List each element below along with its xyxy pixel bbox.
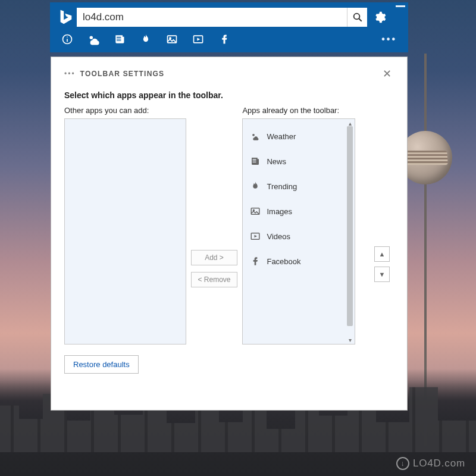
app-item-trending[interactable]: Trending (243, 174, 355, 199)
dialog-instruction: Select which apps appear in the toolbar. (64, 90, 394, 100)
search-box (77, 8, 367, 27)
toolbar-settings-dialog: ••• TOOLBAR SETTINGS ✕ Select which apps… (51, 57, 408, 411)
svg-point-12 (253, 134, 255, 136)
toolbar-app-row: ••• (51, 28, 408, 51)
move-down-button[interactable]: ▼ (374, 267, 390, 282)
settings-gear-button[interactable] (369, 8, 390, 27)
search-input[interactable] (77, 11, 347, 23)
app-item-label: Weather (267, 132, 296, 141)
svg-rect-8 (117, 40, 121, 41)
more-menu-button[interactable]: ••• (375, 34, 403, 45)
images-icon[interactable] (160, 29, 184, 49)
active-apps-label: Apps already on the toolbar: (242, 106, 370, 115)
app-item-weather[interactable]: Weather (243, 124, 355, 149)
svg-point-5 (90, 36, 93, 40)
bing-logo-icon[interactable] (54, 7, 77, 27)
svg-point-0 (353, 14, 359, 20)
app-item-images[interactable]: Images (243, 199, 355, 224)
app-item-facebook[interactable]: Facebook (243, 249, 355, 274)
svg-point-17 (253, 210, 255, 211)
trending-icon[interactable] (134, 29, 158, 49)
videos-icon (250, 231, 261, 242)
svg-rect-15 (253, 162, 256, 162)
app-item-label: Videos (267, 232, 290, 241)
available-apps-list[interactable] (64, 118, 186, 345)
facebook-icon (250, 256, 261, 267)
scrollbar-thumb[interactable] (347, 126, 353, 326)
trending-icon (250, 181, 261, 192)
svg-rect-14 (253, 161, 256, 161)
watermark: ↓LO4D.com (396, 457, 465, 470)
available-apps-label: Other apps you can add: (64, 106, 186, 115)
news-icon (250, 156, 261, 167)
weather-icon[interactable] (82, 29, 105, 49)
add-button[interactable]: Add > (191, 250, 237, 265)
restore-defaults-button[interactable]: Restore defaults (64, 355, 139, 374)
remove-button[interactable]: < Remove (191, 272, 237, 287)
active-apps-list[interactable]: ▴ ▾ WeatherNewsTrendingImagesVideosFaceb… (242, 118, 355, 345)
weather-icon (250, 131, 261, 142)
bing-toolbar: ••• (51, 3, 408, 52)
close-button[interactable]: ✕ (380, 67, 394, 81)
dialog-title: TOOLBAR SETTINGS (80, 70, 165, 78)
app-item-label: Trending (267, 182, 297, 191)
svg-line-1 (359, 18, 362, 21)
svg-rect-6 (117, 37, 121, 38)
scroll-down-icon[interactable]: ▾ (345, 336, 355, 344)
app-item-news[interactable]: News (243, 149, 355, 174)
info-icon[interactable] (55, 29, 79, 49)
app-item-videos[interactable]: Videos (243, 224, 355, 249)
search-button[interactable] (347, 8, 367, 27)
app-item-label: Facebook (267, 257, 300, 266)
move-up-button[interactable]: ▲ (374, 246, 390, 262)
app-item-label: News (267, 157, 286, 166)
svg-rect-13 (253, 159, 256, 159)
images-icon (250, 206, 261, 217)
app-item-label: Images (267, 207, 292, 216)
svg-point-10 (170, 37, 171, 39)
videos-icon[interactable] (186, 29, 210, 49)
drag-handle-icon: ••• (64, 70, 76, 78)
minimize-button[interactable] (396, 5, 405, 7)
news-icon[interactable] (108, 29, 131, 49)
facebook-icon[interactable] (212, 29, 236, 49)
svg-rect-7 (117, 39, 121, 39)
svg-point-4 (67, 36, 68, 37)
